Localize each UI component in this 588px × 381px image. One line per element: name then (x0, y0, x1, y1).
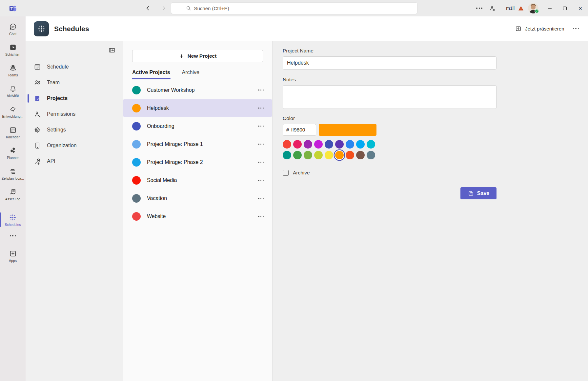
people-button[interactable] (485, 0, 499, 16)
api-icon (33, 157, 41, 165)
project-row-onboarding[interactable]: Onboarding (123, 117, 272, 135)
search-box[interactable] (171, 2, 417, 14)
project-color-dot (132, 86, 141, 94)
collapse-nav-button[interactable] (107, 46, 116, 54)
nav-item-permissions[interactable]: Permissions (26, 106, 123, 122)
project-row-social-media[interactable]: Social Media (123, 171, 272, 189)
forward-arrow[interactable] (159, 4, 168, 12)
rail-divider (5, 207, 21, 207)
row-more-button[interactable] (257, 178, 264, 183)
rail-item-asset-log[interactable]: Asset Log (0, 185, 26, 204)
hex-color-input-box[interactable]: # (283, 124, 316, 136)
row-more-button[interactable] (257, 124, 264, 129)
project-color-dot (132, 122, 141, 130)
palette-color[interactable] (314, 151, 323, 159)
rail-item-zeitplan[interactable]: Zeitplan loca... (0, 164, 26, 183)
palette-color[interactable] (293, 140, 302, 149)
color-palette (283, 140, 497, 159)
nav-item-team[interactable]: Team (26, 75, 123, 90)
tab-active-projects[interactable]: Active Projects (132, 70, 170, 79)
palette-color[interactable] (283, 140, 291, 149)
palette-color[interactable] (325, 140, 333, 149)
rail-item-schichten[interactable]: Schichten (0, 40, 26, 59)
project-row-helpdesk[interactable]: Helpdesk (123, 99, 272, 117)
titlebar-more-button[interactable] (473, 0, 485, 16)
nav-item-schedule[interactable]: Schedule (26, 59, 123, 75)
palette-color[interactable] (356, 140, 365, 149)
project-row-mirage-1[interactable]: Project Mirage: Phase 1 (123, 135, 272, 153)
new-project-button[interactable]: New Project (132, 50, 263, 62)
rail-item-schedules[interactable]: Schedules (0, 210, 26, 229)
tab-archive[interactable]: Archive (182, 70, 199, 79)
palette-color[interactable] (367, 140, 375, 149)
palette-color[interactable] (356, 151, 365, 159)
project-row-mirage-2[interactable]: Project Mirage: Phase 2 (123, 153, 272, 171)
row-more-button[interactable] (257, 196, 264, 201)
palette-color[interactable] (367, 151, 375, 159)
present-now-button[interactable]: Jetzt präsentieren (515, 25, 564, 32)
project-name: Onboarding (147, 123, 257, 129)
back-arrow[interactable] (144, 4, 152, 12)
project-color-dot (132, 158, 141, 167)
app-header: Schedules Jetzt präsentieren (26, 16, 588, 41)
palette-color[interactable] (283, 151, 291, 159)
nav-item-settings[interactable]: Settings (26, 122, 123, 138)
notes-textarea[interactable] (283, 85, 497, 109)
rail-item-entwicklung[interactable]: Entwicklung... (0, 102, 26, 121)
row-more-button[interactable] (257, 214, 264, 219)
project-name: Social Media (147, 177, 257, 183)
save-button[interactable]: Save (460, 187, 497, 199)
project-row-vacation[interactable]: Vacation (123, 190, 272, 207)
project-row-customer-workshop[interactable]: Customer Workshop (123, 81, 272, 99)
project-name: Project Mirage: Phase 1 (147, 141, 257, 147)
shifts-icon (9, 43, 17, 51)
archive-checkbox[interactable] (283, 170, 289, 176)
rail-item-apps[interactable]: Apps (0, 247, 26, 266)
schedules-icon (9, 213, 17, 222)
palette-color-selected[interactable] (335, 151, 344, 159)
project-name: Website (147, 213, 257, 219)
person-key-icon (33, 110, 41, 118)
nav-item-organization[interactable]: Organization (26, 138, 123, 153)
ellipsis-icon (573, 28, 579, 30)
row-more-button[interactable] (257, 160, 264, 165)
save-icon (468, 190, 474, 197)
selected-color-preview (319, 124, 376, 136)
rail-item-teams[interactable]: Teams (0, 61, 26, 80)
project-row-website[interactable]: Website (123, 208, 272, 225)
minimize-button[interactable] (542, 0, 557, 16)
rail-item-chat[interactable]: Chat (0, 20, 26, 39)
palette-color[interactable] (346, 140, 354, 149)
people-icon (489, 5, 496, 12)
project-color-dot (132, 176, 141, 185)
row-more-button[interactable] (257, 88, 264, 92)
project-color-dot (132, 212, 141, 221)
projects-icon (33, 94, 41, 102)
rail-item-aktivitaet[interactable]: Aktivität (0, 82, 26, 101)
row-more-button[interactable] (257, 142, 264, 147)
palette-color[interactable] (346, 151, 354, 159)
header-more-button[interactable] (573, 28, 579, 30)
calendar-icon (9, 126, 17, 134)
palette-color[interactable] (314, 140, 323, 149)
nav-item-api[interactable]: API (26, 153, 123, 169)
nav-item-projects[interactable]: Projects (26, 90, 123, 106)
project-name-label: Project Name (283, 48, 497, 54)
rail-item-kalender[interactable]: Kalender (0, 123, 26, 142)
rail-item-planner[interactable]: Planner (0, 144, 26, 163)
palette-color[interactable] (304, 151, 312, 159)
row-more-button[interactable] (257, 106, 264, 110)
palette-color[interactable] (335, 140, 344, 149)
search-input[interactable] (194, 6, 391, 11)
maximize-button[interactable] (557, 0, 573, 16)
project-color-dot (132, 104, 141, 112)
project-name-input[interactable] (283, 56, 497, 70)
palette-color[interactable] (304, 140, 312, 149)
apps-icon (9, 250, 17, 258)
palette-color[interactable] (325, 151, 333, 159)
gear-icon (33, 126, 41, 134)
close-button[interactable]: × (573, 0, 588, 16)
palette-color[interactable] (293, 151, 302, 159)
hex-color-input[interactable] (291, 127, 314, 133)
rail-more-button[interactable] (0, 231, 26, 241)
